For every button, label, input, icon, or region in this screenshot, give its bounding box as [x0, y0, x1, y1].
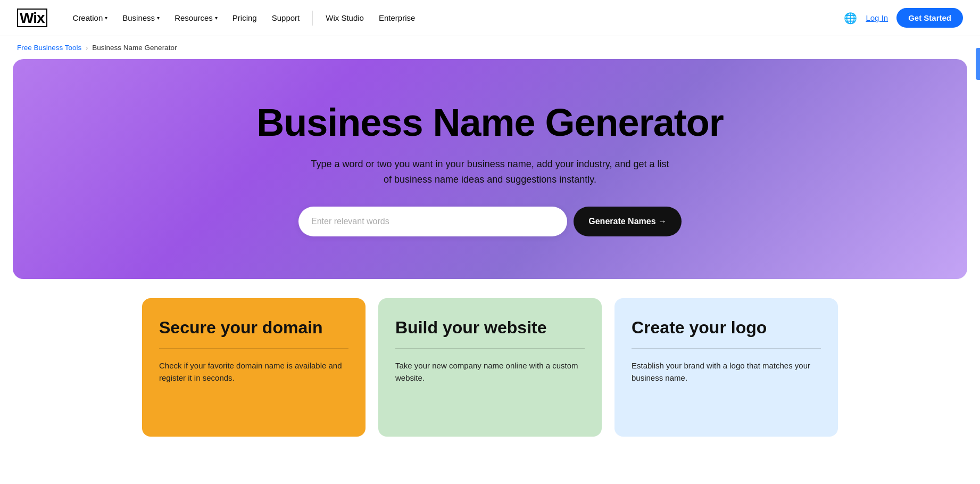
nav-item-resources[interactable]: Resources ▾ — [168, 9, 224, 27]
breadcrumb-parent-link[interactable]: Free Business Tools — [17, 44, 81, 52]
nav-item-enterprise[interactable]: Enterprise — [372, 9, 421, 27]
breadcrumb: Free Business Tools › Business Name Gene… — [0, 36, 980, 59]
chevron-down-icon: ▾ — [157, 15, 160, 21]
card-desc-website: Take your new company name online with a… — [395, 359, 585, 384]
nav-right: 🌐 Log In Get Started — [844, 8, 963, 28]
search-input[interactable] — [298, 207, 567, 236]
card-create-logo: Create your logo Establish your brand wi… — [614, 298, 838, 437]
breadcrumb-current: Business Name Generator — [92, 44, 177, 52]
nav-links: Creation ▾ Business ▾ Resources ▾ Pricin… — [67, 9, 844, 27]
nav-item-wix-studio[interactable]: Wix Studio — [319, 9, 370, 27]
wix-logo[interactable]: Wix — [17, 10, 47, 27]
hero-search-row: Generate Names → — [298, 207, 682, 236]
hero-section: Business Name Generator Type a word or t… — [13, 59, 967, 279]
hero-subtitle: Type a word or two you want in your busi… — [309, 157, 671, 187]
card-divider — [632, 348, 821, 349]
scrollbar-indicator — [976, 48, 980, 80]
chevron-down-icon: ▾ — [215, 15, 218, 21]
nav-item-pricing[interactable]: Pricing — [226, 9, 263, 27]
breadcrumb-separator: › — [86, 44, 88, 52]
nav-item-creation[interactable]: Creation ▾ — [67, 9, 114, 27]
card-title-website: Build your website — [395, 317, 585, 338]
card-title-logo: Create your logo — [632, 317, 821, 338]
cards-section: Secure your domain Check if your favorit… — [0, 279, 980, 437]
chevron-down-icon: ▾ — [105, 15, 107, 21]
card-title-domain: Secure your domain — [159, 317, 348, 338]
card-desc-domain: Check if your favorite domain name is av… — [159, 359, 348, 384]
globe-icon[interactable]: 🌐 — [844, 12, 857, 24]
card-desc-logo: Establish your brand with a logo that ma… — [632, 359, 821, 384]
generate-names-button[interactable]: Generate Names → — [574, 207, 682, 236]
card-secure-domain: Secure your domain Check if your favorit… — [142, 298, 366, 437]
nav-divider — [312, 11, 313, 26]
card-build-website: Build your website Take your new company… — [378, 298, 602, 437]
main-nav: Wix Creation ▾ Business ▾ Resources ▾ Pr… — [0, 0, 980, 36]
nav-item-business[interactable]: Business ▾ — [116, 9, 166, 27]
card-divider — [395, 348, 585, 349]
login-link[interactable]: Log In — [866, 13, 888, 22]
card-divider — [159, 348, 348, 349]
hero-title: Business Name Generator — [256, 102, 723, 144]
nav-item-support[interactable]: Support — [265, 9, 306, 27]
get-started-button[interactable]: Get Started — [896, 8, 963, 28]
